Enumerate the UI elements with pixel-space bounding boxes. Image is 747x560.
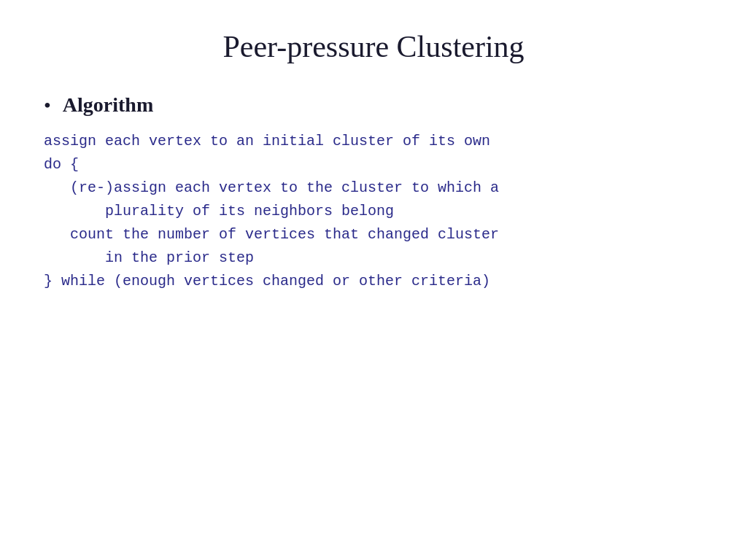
slide-container: Peer-pressure Clustering • Algorithm ass… — [0, 0, 747, 560]
bullet-label: Algorithm — [63, 93, 153, 117]
code-line-1: assign each vertex to an initial cluster… — [44, 130, 703, 153]
bullet-dot: • — [44, 93, 51, 118]
bullet-section: • Algorithm assign each vertex to an ini… — [44, 93, 703, 293]
code-line-4: plurality of its neighbors belong — [44, 200, 703, 223]
bullet-item-algorithm: • Algorithm — [44, 93, 703, 118]
code-line-7: } while (enough vertices changed or othe… — [44, 270, 703, 293]
code-line-6: in the prior step — [44, 246, 703, 270]
slide-title: Peer-pressure Clustering — [44, 29, 703, 64]
code-line-2: do { — [44, 153, 703, 176]
code-line-5: count the number of vertices that change… — [44, 223, 703, 246]
code-line-3: (re-)assign each vertex to the cluster t… — [44, 176, 703, 200]
code-block: assign each vertex to an initial cluster… — [44, 130, 703, 293]
